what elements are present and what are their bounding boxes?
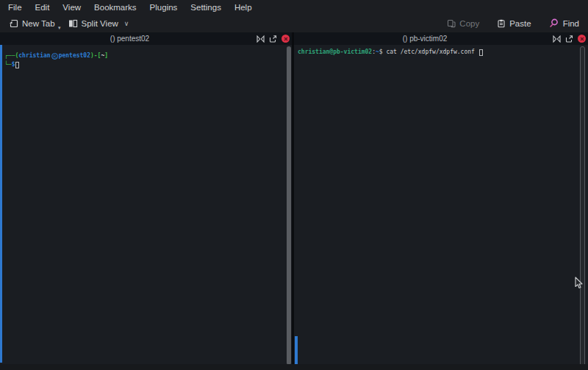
maximize-pane-icon[interactable] (553, 35, 561, 43)
pane-header-icons-left (257, 32, 290, 45)
menu-bookmarks[interactable]: Bookmarks (87, 1, 143, 13)
maximize-pane-icon[interactable] (257, 35, 265, 43)
prompt-user-host: christian@pb-victim02 (298, 48, 372, 57)
scrollbar-right-pane[interactable] (580, 46, 585, 367)
split-view-label: Split View (82, 19, 118, 28)
kali-symbol-icon: ㉿ (51, 53, 58, 60)
find-button[interactable]: Find (545, 16, 584, 30)
toolbar: New Tab ▾ Split View ∨ Copy (0, 14, 588, 32)
close-icon[interactable] (282, 35, 290, 43)
mouse-pointer-icon (574, 277, 584, 290)
scrollbar-left-pane[interactable] (287, 46, 291, 365)
magnifier-find-icon (549, 18, 559, 28)
split-view-chevron-down-icon[interactable]: ∨ (124, 20, 129, 27)
pane-divider[interactable] (292, 32, 294, 364)
menu-plugins[interactable]: Plugins (143, 1, 184, 13)
detach-pane-icon[interactable] (565, 35, 573, 43)
detach-pane-icon[interactable] (269, 35, 277, 43)
paste-label: Paste (509, 19, 531, 28)
find-label: Find (563, 19, 579, 28)
pane-title-pentest02: () pentest02 (0, 35, 259, 43)
new-output-indicator-right (295, 336, 298, 364)
menu-settings[interactable]: Settings (184, 1, 228, 13)
new-tab-dropdown-caret[interactable]: ▾ (58, 25, 61, 31)
prompt-sigil: $ (12, 60, 15, 69)
menu-file[interactable]: File (1, 1, 29, 13)
prompt-host: pentest02 (59, 51, 90, 60)
paste-button[interactable]: Paste (492, 17, 535, 30)
terminal-pane-pb-victim02[interactable]: christian@pb-victim02:~$ cat /etc/xdpfw/… (294, 45, 588, 364)
prompt-corner: └─ (4, 60, 12, 69)
copy-button[interactable]: Copy (442, 17, 484, 30)
close-icon[interactable] (578, 35, 586, 43)
pane-header-pentest02[interactable]: () pentest02 (0, 32, 292, 45)
split-view-icon (68, 19, 78, 28)
prompt-line-2: └─$ (4, 60, 292, 69)
copy-icon (447, 19, 456, 28)
prompt-user: christian (18, 51, 50, 60)
split-view-button[interactable]: Split View ∨ (64, 17, 134, 30)
pane-title-pb-victim02: () pb-victim02 (294, 35, 556, 43)
tab-new-icon (9, 19, 18, 28)
new-output-indicator-left (0, 45, 2, 363)
split-headers-bar: () pentest02 () pb (0, 32, 588, 45)
copy-label: Copy (459, 19, 479, 28)
menu-help[interactable]: Help (228, 1, 259, 13)
prompt-close: ] (104, 51, 108, 60)
prompt-open: ┌──( (4, 51, 18, 60)
prompt-line-1: ┌──(christian㉿pentest02)-[~] (4, 51, 292, 60)
new-tab-label: New Tab (22, 19, 55, 28)
window-bottom-edge (0, 364, 588, 370)
pane-header-icons-right (553, 32, 586, 45)
clipboard-paste-icon (497, 19, 506, 28)
pane-header-pb-victim02[interactable]: () pb-victim02 (294, 32, 588, 45)
terminal-pane-pentest02[interactable]: ┌──(christian㉿pentest02)-[~] └─$ (0, 45, 292, 364)
new-tab-button[interactable]: New Tab ▾ (4, 17, 60, 30)
command-line: christian@pb-victim02:~$ cat /etc/xdpfw/… (298, 48, 588, 57)
terminal-cursor (479, 49, 483, 56)
menu-view[interactable]: View (56, 1, 87, 13)
menu-bar: File Edit View Bookmarks Plugins Setting… (0, 0, 588, 14)
typed-command: cat /etc/xdpfw/xdpfw.conf (383, 48, 478, 57)
terminal-cursor (15, 62, 19, 68)
prompt-mid: )-[ (90, 51, 101, 60)
menu-edit[interactable]: Edit (29, 1, 57, 13)
